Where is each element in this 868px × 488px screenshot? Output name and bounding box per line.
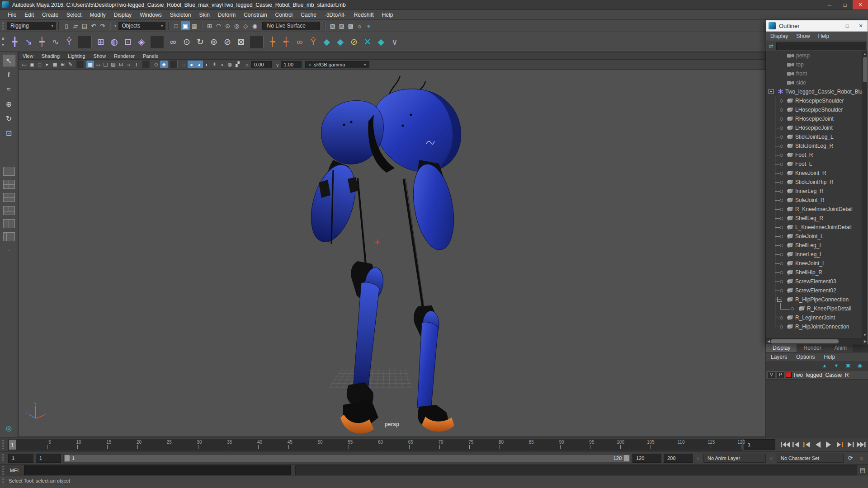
panel-menu-item[interactable]: Renderer [110,53,139,59]
camera-attributes-icon[interactable]: ▣ [28,61,36,68]
resolution-gate-icon[interactable]: ▢ [102,61,109,68]
isolate-select-icon[interactable]: ◈ [160,61,168,68]
render-current-frame-icon[interactable]: ▨ [337,21,346,30]
menu-item[interactable]: Modify [85,12,109,18]
command-language-toggle[interactable]: MEL [6,468,24,473]
dock-grip[interactable] [1,466,5,475]
outliner-item[interactable]: − R_HipPipeConnection [766,295,862,304]
move-layer-up-icon[interactable]: ▲ [821,362,828,369]
outliner-item[interactable]: StickJointLeg_L [766,132,862,141]
range-slider[interactable]: 1 120 [63,454,630,462]
outliner-item[interactable]: − Two_legged_Cassie_Robot_Blu [766,87,862,96]
motion-blur-icon[interactable]: ▞ [234,61,241,68]
menu-item[interactable]: Windows [136,12,166,18]
outliner-menu-item[interactable]: Display [766,33,792,39]
dock-grip[interactable] [1,477,5,484]
snap-view-plane-icon[interactable]: ◇ [241,21,250,30]
shadows-icon[interactable]: ◗ [218,61,226,68]
go-to-end-button[interactable] [856,440,866,450]
dock-grip[interactable] [1,454,5,462]
material-ball-icon[interactable]: ● [364,21,373,30]
lights-icon[interactable]: ☀ [211,61,218,68]
point-constraint-icon[interactable]: ⊙ [180,35,193,49]
move-tool-icon[interactable]: ⊕ [3,98,15,110]
outliner-item[interactable]: front [766,69,862,78]
layer-editor-tab[interactable]: Anim [828,344,854,352]
animation-end-field[interactable]: 200 [664,454,693,463]
make-live-icon[interactable]: ◉ [250,21,259,30]
menu-item[interactable]: Cache [297,12,321,18]
bookmark-icon[interactable]: ▸ [43,61,51,68]
gate-mask-icon[interactable]: ▨ [109,61,117,68]
layer-color-swatch[interactable] [786,372,792,378]
outliner-item[interactable]: LHosepipeJoint [766,123,862,132]
save-scene-icon[interactable]: ▤ [80,21,89,30]
layout-outliner-persp[interactable] [3,232,15,241]
film-gate-icon[interactable]: ▭ [94,61,102,68]
scroll-thumb[interactable] [863,57,867,82]
menu-item[interactable]: Edit [20,12,38,18]
safe-action-icon[interactable]: ○ [125,61,132,68]
soft-select-icon[interactable]: ◎ [6,424,12,432]
panel-menu-item[interactable]: Panels [139,53,162,59]
clapperboard-icon[interactable]: ▭ [20,61,28,68]
spline-ik-icon[interactable]: ∿ [49,35,62,49]
outliner-item[interactable]: InnerLeg_R [766,187,862,196]
exposure-icon[interactable]: ☼ [245,62,249,67]
step-back-key-button[interactable] [802,440,812,450]
default-material-icon[interactable]: ◐ [203,61,211,68]
outliner-filter-icon[interactable]: ⇄ [768,43,775,49]
play-backwards-button[interactable] [812,440,823,450]
menu-set-select[interactable]: Rigging ▾ [7,22,56,30]
panel-menu-item[interactable]: Show [90,53,110,59]
bind-skin-icon[interactable]: ◆ [320,35,334,49]
outliner-item[interactable]: R_KneePipeDetail [766,304,862,313]
layout-four-pane[interactable] [3,180,15,189]
command-input[interactable] [24,465,291,475]
outliner-item[interactable]: ShellLeg_L [766,241,862,250]
outliner-item[interactable]: Foot_L [766,160,862,169]
layout-shrink-button[interactable]: - [8,246,9,253]
outliner-search-input[interactable] [776,42,866,50]
open-scene-icon[interactable]: ▱ [71,21,80,30]
outliner-item[interactable]: side [766,78,862,87]
snap-grid-icon[interactable]: ⊞ [205,21,214,30]
outliner-item[interactable]: top [766,60,862,69]
outliner-item[interactable]: StckJointLeg_R [766,141,862,150]
outliner-menu-item[interactable]: Show [792,33,814,39]
playback-start-field[interactable]: 1 [36,454,61,463]
select-objects-icon[interactable]: ▣ [181,21,190,30]
outliner-item[interactable]: ScrewElement02 [766,286,862,295]
rebind-skin-icon[interactable]: ◆ [374,35,388,49]
play-forwards-button[interactable] [823,440,834,450]
outliner-maximize-button[interactable]: □ [840,23,854,28]
scroll-left-icon[interactable]: ◀ [767,339,770,343]
snap-point-icon[interactable]: ⊙ [223,21,232,30]
paint-skin-weights-icon[interactable]: ∞ [293,35,307,49]
cluster-icon[interactable]: ◍ [108,35,121,49]
outliner-close-button[interactable]: ✕ [854,23,868,29]
expander-icon[interactable]: − [777,297,782,302]
outliner-item[interactable]: InnerLeg_L [766,250,862,259]
field-chart-icon[interactable]: ⊡ [117,61,125,68]
mute-icon[interactable]: ⊘ [347,35,361,49]
ipr-render-icon[interactable]: ▩ [346,21,355,30]
viewport-canvas[interactable]: y x z persp [18,69,766,437]
outliner-item[interactable]: L_KneeInnerJointDetail [766,223,862,232]
pan-zoom-icon[interactable]: ⊞ [59,61,66,68]
outliner-item[interactable]: ShellLeg_R [766,214,862,223]
outliner-item[interactable]: RHosepipeJoint [766,114,862,123]
textured-icon[interactable]: ◕ [195,61,203,68]
rotate-tool-icon[interactable]: ↻ [3,113,15,124]
outliner-item[interactable]: R_LegInnerJoint [766,313,862,322]
gamma-icon[interactable]: γ [276,62,279,67]
current-frame-marker[interactable]: 1 [9,440,16,450]
paint-select-tool-icon[interactable]: ≈ [3,84,15,95]
wrap-deformer-icon[interactable]: ◈ [135,35,148,49]
vertex-tool-icon[interactable]: ∨ [388,35,401,49]
menu-item[interactable]: File [4,12,20,18]
new-scene-icon[interactable]: ▯ [62,21,71,30]
safe-title-icon[interactable]: T [132,61,140,68]
range-end-handle[interactable] [624,455,629,461]
layout-single-pane[interactable] [3,167,15,176]
